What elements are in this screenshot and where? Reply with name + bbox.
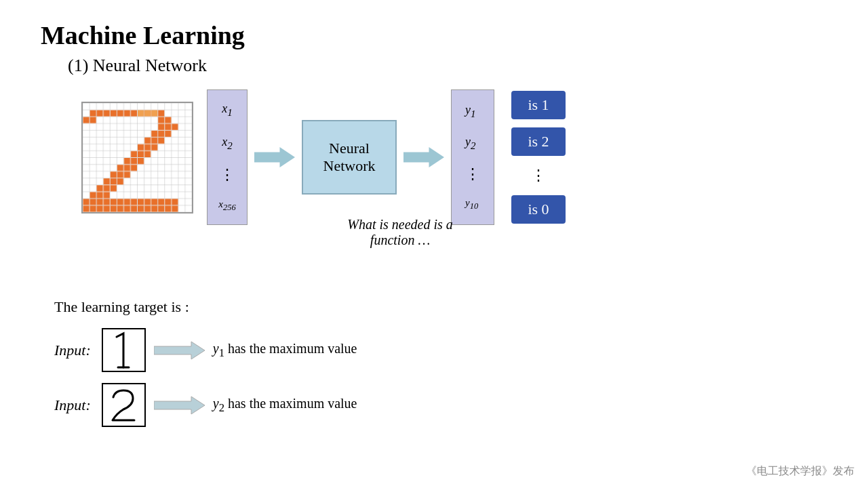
output-y1: y1 xyxy=(465,103,480,120)
result-dots: ⋮ xyxy=(511,167,566,184)
input2-label: Input: xyxy=(54,396,91,414)
input-row-2: Input: y2 has the maximum value xyxy=(54,383,357,427)
result1-text: y1 has the maximum value xyxy=(213,341,357,360)
input-dots: ⋮ xyxy=(220,167,235,182)
function-text: What is needed is afunction … xyxy=(339,217,461,248)
output-vector: y1 y2 ⋮ y10 xyxy=(451,89,494,225)
input-x256: x256 xyxy=(218,199,235,213)
arrow-nn-to-output xyxy=(403,140,444,174)
input-row-1: Input: y1 has the maximum value xyxy=(54,328,357,372)
input-vector: x1 x2 ⋮ x256 xyxy=(207,89,248,225)
digit1-box xyxy=(102,328,146,372)
arrow1 xyxy=(154,340,205,361)
svg-marker-0 xyxy=(254,147,295,167)
pixel-digit-image xyxy=(81,102,193,214)
bottom-section: The learning target is : Input: y1 has t… xyxy=(54,298,357,438)
page-title: Machine Learning xyxy=(41,20,827,50)
page-subtitle: (1) Neural Network xyxy=(68,56,827,76)
result-is1: is 1 xyxy=(511,91,566,119)
input-x2: x2 xyxy=(222,135,233,152)
result-is2: is 2 xyxy=(511,127,566,156)
result2-text: y2 has the maximum value xyxy=(213,396,357,415)
digit2-box xyxy=(102,383,146,427)
output-dots: ⋮ xyxy=(465,167,480,182)
input-x1: x1 xyxy=(222,102,233,119)
input1-label: Input: xyxy=(54,342,91,359)
arrow2 xyxy=(154,395,205,415)
result-is0: is 0 xyxy=(511,195,566,224)
slide: Machine Learning (1) Neural Network x1 x… xyxy=(0,0,868,488)
arrow-input-to-nn xyxy=(254,140,295,174)
result-boxes: is 1 is 2 ⋮ is 0 xyxy=(511,91,566,224)
diagram-area: x1 x2 ⋮ x256 NeuralNetwork y1 y2 ⋮ xyxy=(81,89,827,225)
output-y2: y2 xyxy=(465,135,480,152)
neural-network-box: NeuralNetwork xyxy=(302,120,397,195)
learning-target-text: The learning target is : xyxy=(54,298,357,316)
watermark: 《电工技术学报》发布 xyxy=(746,464,854,479)
nn-label: NeuralNetwork xyxy=(323,140,376,175)
output-y10: y10 xyxy=(465,197,480,211)
svg-marker-2 xyxy=(154,342,205,359)
svg-marker-1 xyxy=(403,147,444,167)
svg-marker-3 xyxy=(154,396,205,414)
